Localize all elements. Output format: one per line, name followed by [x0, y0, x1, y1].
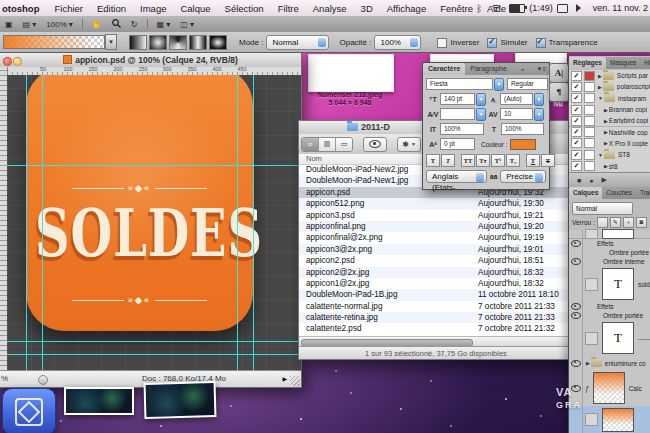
all-caps-button[interactable]: TT — [461, 154, 475, 167]
horizontal-scale-field[interactable]: 100% — [501, 123, 544, 135]
action-menu-button[interactable]: ✱▼ — [397, 137, 421, 152]
tracking-field[interactable]: 10 — [500, 108, 533, 120]
file-row[interactable]: appiconfinal.pngAujourd'hui, 19:20 — [299, 221, 613, 232]
image-layer-thumbnail[interactable] — [593, 372, 625, 404]
guide[interactable] — [7, 341, 301, 342]
guide[interactable] — [26, 75, 27, 371]
vertical-scale-field[interactable]: 100% — [440, 123, 484, 135]
lock-move-icon[interactable]: ＋ — [623, 217, 634, 228]
modal-control-icon[interactable] — [584, 71, 595, 81]
quicklook-button[interactable] — [363, 137, 387, 152]
text-layer-thumbnail[interactable]: T — [602, 268, 634, 300]
link-cell[interactable] — [585, 278, 598, 291]
include-checkbox[interactable]: ✓ — [571, 138, 582, 148]
strikethrough-button[interactable]: T — [541, 154, 555, 167]
file-row[interactable]: calattente-normal.jpg7 octobre 2011 21:3… — [299, 301, 613, 312]
bluetooth-icon[interactable]: ᛒ — [476, 3, 482, 14]
blend-mode-dropdown[interactable]: Normal — [266, 35, 329, 50]
tab-caractere[interactable]: Caractère — [423, 63, 465, 75]
guide[interactable] — [253, 75, 254, 371]
tab-masques[interactable]: Masques — [606, 57, 640, 69]
zoom-dropdown-icon[interactable]: ▾ — [69, 20, 73, 29]
file-row[interactable]: appicon2.psdAujourd'hui, 18:51 — [299, 255, 613, 266]
tab-trace[interactable]: Tracé — [636, 187, 650, 199]
play-icon[interactable]: ▶ — [601, 176, 606, 184]
hand-tool-icon[interactable]: ✋ — [92, 20, 102, 29]
wifi-icon[interactable] — [490, 4, 501, 12]
panel-menu-icon[interactable]: ▼≡ — [534, 63, 549, 75]
rotate-view-icon[interactable]: ↻ — [131, 20, 138, 29]
modal-control-cell[interactable] — [584, 116, 595, 126]
desktop-photo[interactable] — [64, 387, 134, 415]
lock-paint-icon[interactable]: ✎ — [610, 217, 621, 228]
appicon-artwork[interactable]: »◆« SOLDES »◆« — [26, 75, 253, 331]
font-family-dropdown-icon[interactable]: ▼ — [494, 78, 504, 91]
text-layer-row[interactable]: T soldes — [569, 266, 650, 303]
transparence-checkbox[interactable]: Transparence — [536, 37, 598, 47]
font-size-field[interactable]: 140 pt — [440, 93, 475, 105]
display-icon[interactable] — [557, 4, 568, 13]
file-row[interactable]: appicon1@2x.jpgAujourd'hui, 18:32 — [299, 278, 613, 289]
small-caps-button[interactable]: Tᴛ — [476, 154, 490, 167]
tab-reglages[interactable]: Réglages — [569, 57, 606, 69]
linear-gradient-button[interactable] — [129, 35, 147, 50]
zoom-tool-icon[interactable] — [112, 19, 121, 30]
visibility-eye-icon[interactable] — [571, 240, 581, 247]
launch-bridge-icon[interactable]: ▣ — [5, 20, 13, 29]
modal-control-cell[interactable] — [584, 138, 595, 148]
file-row[interactable]: appiconfinal@2x.pngAujourd'hui, 19:19 — [299, 232, 613, 243]
file-row[interactable]: appicon3@2x.pngAujourd'hui, 19:01 — [299, 244, 613, 255]
link-cell[interactable] — [585, 413, 598, 426]
character-panel-dock-button[interactable]: A| — [549, 63, 569, 83]
baseline-shift-field[interactable]: 0 pt — [440, 138, 475, 150]
visibility-eye-icon[interactable] — [571, 312, 581, 319]
leading-field[interactable]: (Auto) — [500, 93, 533, 105]
faux-italic-button[interactable]: T — [441, 154, 455, 167]
menubar-clock[interactable]: ven. 11 nov. 2 — [593, 3, 648, 13]
modal-control-cell[interactable] — [584, 82, 595, 92]
kerning-field[interactable] — [440, 108, 475, 120]
angle-gradient-button[interactable] — [169, 35, 187, 50]
image-layer-thumbnail[interactable] — [602, 408, 634, 432]
leading-spinner[interactable]: ▼ — [534, 93, 544, 106]
include-checkbox[interactable]: ✓ — [571, 116, 582, 126]
language-select[interactable]: Anglais (Etats-... — [426, 170, 487, 183]
visibility-eye-icon[interactable] — [571, 258, 581, 265]
font-style-field[interactable]: Regular — [507, 78, 548, 90]
menu-3d[interactable]: 3D — [354, 3, 380, 14]
modal-control-cell[interactable] — [584, 93, 595, 103]
view-extras-icon[interactable]: ▤ ▾ — [23, 20, 37, 29]
menu-app-name[interactable]: otoshop — [0, 3, 47, 14]
layer-group-row[interactable]: ▶ enluminure co — [569, 356, 650, 371]
guide[interactable] — [7, 354, 301, 355]
font-family-field[interactable]: Fiesta — [426, 78, 493, 90]
close-button[interactable] — [3, 57, 12, 66]
status-menu-arrow-icon[interactable]: ▶ — [282, 371, 287, 387]
include-checkbox[interactable]: ✓ — [571, 82, 582, 92]
desktop-photo[interactable] — [144, 381, 217, 419]
blend-mode-select[interactable]: Normal — [572, 202, 633, 215]
menu-image[interactable]: Image — [133, 3, 173, 14]
file-row[interactable]: DoubleMoon-iPad-1B.jpg11 octobre 2011 18… — [299, 289, 613, 300]
kerning-spinner[interactable]: ▼ — [476, 108, 486, 121]
menu-analyse[interactable]: Analyse — [306, 3, 354, 14]
include-checkbox[interactable]: ✓ — [571, 71, 582, 81]
view-mode-control[interactable]: ≡ ▥ ▭ — [301, 137, 353, 152]
include-checkbox[interactable]: ✓ — [571, 150, 582, 160]
arrange-documents-icon[interactable]: ▦ ▾ — [157, 20, 171, 29]
menu-calque[interactable]: Calque — [173, 3, 217, 14]
file-row[interactable]: calattente2.psd7 octobre 2011 21:32 — [299, 323, 613, 334]
file-row[interactable]: appicon3.psdAujourd'hui, 19:21 — [299, 210, 613, 221]
zoom-level-field[interactable]: 100% — [46, 20, 66, 29]
status-info-icon[interactable] — [38, 375, 48, 385]
minimize-button[interactable] — [13, 57, 22, 66]
modal-control-cell[interactable] — [584, 161, 595, 171]
list-view-button[interactable]: ≡ — [302, 138, 319, 151]
include-checkbox[interactable]: ✓ — [571, 93, 582, 103]
underline-button[interactable]: T — [526, 154, 540, 167]
modal-control-cell[interactable] — [584, 150, 595, 160]
opacity-dropdown[interactable]: 100% — [374, 35, 421, 50]
reflected-gradient-button[interactable] — [189, 35, 207, 50]
diamond-gradient-button[interactable] — [209, 35, 227, 50]
horizontal-scrollbar[interactable] — [299, 336, 613, 346]
